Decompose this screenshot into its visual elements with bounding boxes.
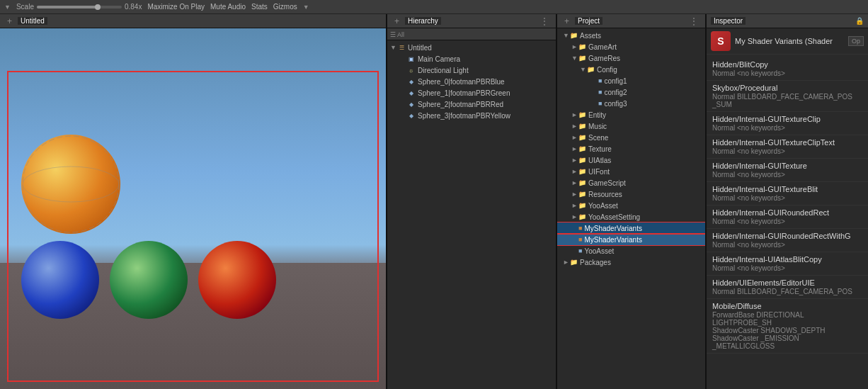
op-button[interactable]: Op: [848, 36, 864, 46]
folder-icon-yooassetsetting: 📁: [578, 213, 586, 220]
hier-item-light[interactable]: ☼ Directional Light: [387, 64, 556, 76]
asset-label-gamescript: GameScript: [588, 179, 626, 187]
scale-bar[interactable]: [37, 6, 122, 9]
hier-item-sphere0[interactable]: ◆ Sphere_0|footmanPBRBlue: [387, 76, 556, 87]
scene-panel-add[interactable]: +: [4, 16, 15, 26]
hierarchy-add[interactable]: +: [392, 16, 402, 26]
expand-packages: ►: [563, 259, 570, 266]
toolbar-dropdown[interactable]: ▼: [4, 4, 11, 11]
shader-entry-guiroundedrectwg: Hidden/Internal-GUIRoundedRectWithG Norm…: [707, 229, 868, 252]
hier-item-sphere3[interactable]: ◆ Sphere_3|footmanPBRYellow: [387, 110, 556, 121]
hier-item-sphere1[interactable]: ◆ Sphere_1|footmanPBRGreen: [387, 87, 556, 98]
asset-label-config: Config: [597, 66, 617, 74]
inspector-tab-label[interactable]: Inspector: [711, 17, 746, 25]
folder-icon-entity: 📁: [578, 111, 586, 118]
asset-item-scene[interactable]: ► 📁 Scene: [557, 132, 705, 143]
scene-viewport[interactable]: [0, 28, 386, 389]
asset-item-gameart[interactable]: ► 📁 GameArt: [557, 41, 705, 52]
hierarchy-content: ▼ ☰ Untitled ▣ Main Camera ☼ Directional…: [387, 40, 556, 389]
hierarchy-panel: + Hierarchy ⋮ ☰ All ▼ ☰ Untitled ▣ Main …: [387, 14, 556, 389]
shader-name-mobile-diffuse: Mobile/Diffuse: [712, 302, 862, 310]
main-area: + Untitled + Hi: [0, 14, 868, 389]
asset-item-yooassetsetting[interactable]: ► 📁 YooAssetSetting: [557, 211, 705, 222]
maximize-on-play-button[interactable]: Maximize On Play: [147, 3, 205, 11]
asset-item-packages[interactable]: ► 📁 Packages: [557, 256, 705, 268]
folder-icon-gamescript: 📁: [578, 179, 586, 186]
asset-item-myshadervariants2[interactable]: ■ MyShaderVariants: [557, 234, 705, 245]
inspector-title-text: My Shader Variants (Shader: [735, 37, 833, 45]
folder-icon-texture: 📁: [578, 145, 586, 152]
asset-item-yooasset[interactable]: ► 📁 YooAsset: [557, 200, 705, 211]
asset-item-gameres[interactable]: ▼ 📁 GameRes: [557, 52, 705, 64]
asset-label-config2: config2: [604, 89, 627, 96]
scene-icon: ☰: [397, 43, 406, 52]
camera-icon: ▣: [407, 55, 416, 63]
assets-tab-label[interactable]: Project: [575, 17, 603, 25]
shader-name-editoruie: Hidden/UIElements/EditorUIE: [712, 278, 862, 287]
expand-scene: ►: [571, 134, 578, 141]
light-icon: ☼: [407, 66, 416, 74]
shader-sub-mobile-diffuse-2: ShadowCaster SHADOWS_DEPTH: [712, 327, 862, 334]
shader-sub-guitexcliptext: Normal <no keywords>: [712, 147, 862, 155]
scale-label: Scale: [16, 3, 34, 11]
hier-label-light: Directional Light: [418, 67, 469, 74]
file-icon-config1: ■: [598, 77, 602, 84]
asset-item-resources[interactable]: ► 📁 Resources: [557, 188, 705, 200]
hier-label-s0: Sphere_0|footmanPBRBlue: [418, 78, 505, 86]
inspector-lock-icon[interactable]: 🔒: [855, 17, 864, 25]
shader-entry-guitexblit: Hidden/Internal-GUITextureBlit Normal <n…: [707, 182, 868, 205]
folder-icon-packages: 📁: [570, 259, 578, 266]
asset-item-music[interactable]: ► 📁 Music: [557, 120, 705, 132]
scene-panel: + Untitled: [0, 14, 386, 389]
asset-item-texture[interactable]: ► 📁 Texture: [557, 143, 705, 154]
shader-name-guitexclip: Hidden/Internal-GUITextureClip: [712, 115, 862, 123]
asset-item-myshadervariants1[interactable]: ■ MyShaderVariants: [557, 222, 705, 234]
mute-audio-button[interactable]: Mute Audio: [210, 3, 246, 11]
asset-label-scene: Scene: [588, 134, 608, 142]
shader-name-guitex: Hidden/Internal-GUITexture: [712, 162, 862, 170]
asset-item-entity[interactable]: ► 📁 Entity: [557, 109, 705, 120]
inspector-content: Hidden/BlitCopy Normal <no keywords> Sky…: [707, 55, 868, 389]
shader-icon-letter: S: [717, 35, 724, 47]
hier-label-s1: Sphere_1|footmanPBRGreen: [418, 89, 510, 97]
asset-item-config1[interactable]: ■ config1: [557, 75, 705, 86]
stats-button[interactable]: Stats: [251, 3, 268, 11]
gizmos-button[interactable]: Gizmos: [273, 3, 297, 11]
expand-gamescript: ►: [571, 179, 578, 186]
asset-item-uifont[interactable]: ► 📁 UIFont: [557, 166, 705, 177]
asset-item-assets[interactable]: ▼ 📁 Assets: [557, 30, 705, 41]
folder-icon-uifont: 📁: [578, 168, 586, 175]
assets-add[interactable]: +: [561, 16, 572, 26]
asset-label-config3: config3: [604, 100, 627, 108]
asset-item-gamescript[interactable]: ► 📁 GameScript: [557, 177, 705, 188]
shader-sub-editoruie: Normal BILLBOARD_FACE_CAMERA_POS: [712, 288, 862, 295]
folder-icon-config: 📁: [587, 66, 595, 73]
folder-icon-resources: 📁: [578, 191, 586, 198]
folder-icon-yooasset: 📁: [578, 202, 586, 209]
assets-content: ▼ 📁 Assets ► 📁 GameArt ▼ 📁 GameRes ▼ 📁 C…: [557, 28, 705, 389]
hier-item-camera[interactable]: ▣ Main Camera: [387, 53, 556, 64]
asset-label-uiatlas: UIAtlas: [588, 157, 611, 164]
asset-item-config[interactable]: ▼ 📁 Config: [557, 64, 705, 75]
hier-item-scene[interactable]: ▼ ☰ Untitled: [387, 42, 556, 53]
file-icon-msv1: ■: [578, 225, 582, 232]
expand-gameart: ►: [571, 43, 578, 50]
asset-item-uiatlas[interactable]: ► 📁 UIAtlas: [557, 154, 705, 166]
shader-name-skybox: Skybox/Procedural: [712, 84, 862, 92]
asset-item-yooasset-file[interactable]: ■ YooAsset: [557, 245, 705, 256]
scene-tab[interactable]: Untitled: [18, 17, 47, 25]
asset-label-msv2: MyShaderVariants: [584, 236, 642, 244]
expand-uiatlas: ►: [571, 157, 578, 164]
asset-item-config3[interactable]: ■ config3: [557, 98, 705, 109]
shader-sub-mobile-diffuse-1: ForwardBase DIRECTIONAL LIGHTPROBE_SH: [712, 311, 862, 327]
hierarchy-tab-label[interactable]: Hierarchy: [405, 17, 441, 25]
spheres-container: [7, 71, 379, 382]
shader-sub-uiatlas: Normal <no keywords>: [712, 264, 862, 272]
scale-value: 0.84x: [125, 3, 142, 11]
hierarchy-dots[interactable]: ⋮: [537, 16, 552, 26]
gizmos-arrow[interactable]: ▼: [303, 4, 309, 11]
assets-dots[interactable]: ⋮: [687, 16, 701, 26]
asset-item-config2[interactable]: ■ config2: [557, 86, 705, 98]
hier-item-sphere2[interactable]: ◆ Sphere_2|footmanPBRRed: [387, 98, 556, 110]
hier-label-s3: Sphere_3|footmanPBRYellow: [418, 112, 510, 120]
